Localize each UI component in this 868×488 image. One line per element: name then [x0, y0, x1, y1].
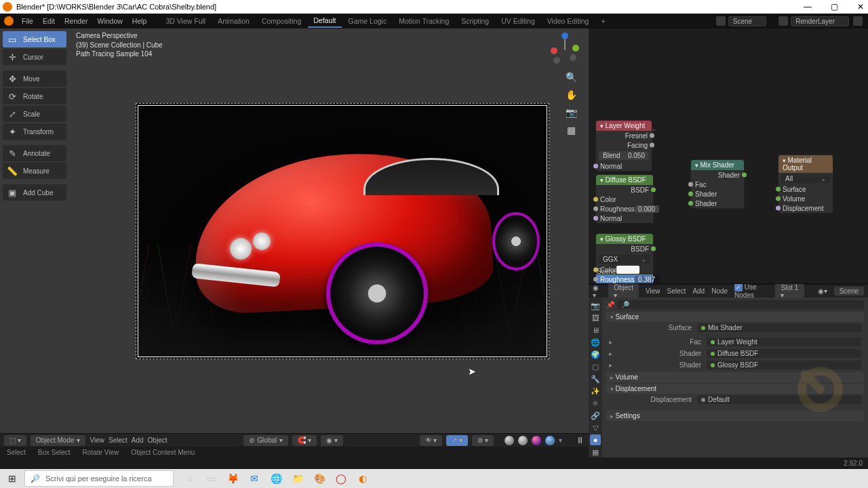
- shading-material-icon[interactable]: [532, 436, 541, 445]
- visibility-toggle[interactable]: 👁 ▾: [420, 435, 443, 446]
- pin-icon[interactable]: 📌: [606, 301, 614, 308]
- snap-toggle[interactable]: 🧲 ▾: [292, 435, 317, 446]
- menu-edit[interactable]: Edit: [39, 16, 59, 26]
- tool-cursor[interactable]: ✛Cursor: [3, 49, 66, 65]
- windows-search[interactable]: 🔎 Scrivi qui per eseguire la ricerca: [24, 470, 174, 487]
- layer-field[interactable]: RenderLayer: [791, 16, 849, 26]
- node-glossy-bsdf[interactable]: Glossy BSDF BSDF GGX Color Roughness0.38…: [595, 233, 654, 284]
- workspace-tab[interactable]: Game Logic: [343, 15, 393, 27]
- workspace-tab[interactable]: Video Editing: [542, 15, 595, 27]
- menu-window[interactable]: Window: [93, 16, 126, 26]
- maximize-button[interactable]: ▢: [829, 2, 840, 12]
- camera-toggle-icon[interactable]: 📷: [566, 107, 576, 118]
- axis-neg-icon[interactable]: [570, 54, 576, 61]
- taskbar-app-icon[interactable]: 🦊: [225, 471, 240, 486]
- add-menu[interactable]: Add: [132, 436, 144, 444]
- tab-material[interactable]: ●: [590, 434, 601, 445]
- node-header[interactable]: Material Output: [778, 155, 833, 173]
- material-sphere-icon[interactable]: ◉▾: [818, 287, 827, 295]
- node-header[interactable]: Mix Shader: [691, 160, 744, 170]
- select-menu[interactable]: Select: [108, 436, 127, 444]
- cortana-icon[interactable]: ○: [182, 471, 197, 486]
- tab-modifiers[interactable]: 🔧: [590, 373, 601, 384]
- perspective-toggle-icon[interactable]: ▦: [566, 125, 576, 136]
- fac-input[interactable]: Layer Weight: [707, 338, 861, 346]
- tab-data[interactable]: ▽: [590, 422, 601, 433]
- tab-physics[interactable]: ⚛: [590, 398, 601, 409]
- expand-icon[interactable]: ▸: [609, 338, 618, 346]
- node-diffuse-bsdf[interactable]: Diffuse BSDF BSDF Color Roughness0.000 N…: [595, 174, 654, 224]
- view-menu[interactable]: View: [646, 287, 660, 295]
- displacement-select[interactable]: Default: [697, 395, 861, 404]
- proportional-toggle[interactable]: ◉ ▾: [321, 435, 343, 446]
- taskbar-explorer-icon[interactable]: 📁: [290, 471, 305, 486]
- use-nodes-checkbox[interactable]: ✓: [734, 283, 743, 291]
- tool-move[interactable]: ✥Move: [3, 70, 66, 87]
- axis-x-icon[interactable]: [551, 47, 557, 54]
- tool-transform[interactable]: ✦Transform: [3, 123, 66, 140]
- shader1-select[interactable]: Diffuse BSDF: [707, 349, 861, 358]
- tab-render[interactable]: 📷: [590, 300, 601, 311]
- workspace-tab[interactable]: Animation: [212, 15, 255, 27]
- shading-solid-icon[interactable]: [518, 436, 528, 445]
- roughness-field[interactable]: Roughness0.387: [596, 274, 653, 284]
- axis-z-icon[interactable]: [561, 33, 568, 39]
- taskbar-mail-icon[interactable]: ✉: [247, 471, 262, 486]
- scene-field[interactable]: Scene: [728, 16, 766, 26]
- menu-render[interactable]: Render: [60, 16, 92, 26]
- tool-annotate[interactable]: ✎Annotate: [3, 145, 66, 161]
- shading-rendered-icon[interactable]: [545, 436, 555, 445]
- tab-object[interactable]: ▢: [590, 361, 601, 372]
- node-mix-shader[interactable]: Mix Shader Shader Fac Shader Shader: [690, 159, 745, 209]
- blend-field[interactable]: Blend0.050: [599, 151, 649, 160]
- zoom-icon[interactable]: 🔍: [566, 72, 576, 83]
- axis-neg-icon[interactable]: [553, 57, 560, 64]
- tab-scene[interactable]: 🌐: [590, 337, 601, 348]
- pause-render-icon[interactable]: ⏸: [576, 435, 585, 445]
- shader2-select[interactable]: Glossy BSDF: [707, 361, 861, 369]
- slot-select[interactable]: Slot 1 ▾: [775, 283, 804, 300]
- tab-particles[interactable]: ✨: [590, 386, 601, 396]
- start-button[interactable]: ⊞: [0, 469, 24, 488]
- node-header[interactable]: Layer Weight: [596, 121, 652, 131]
- taskbar-blender-icon[interactable]: ◐: [355, 471, 370, 486]
- properties-search[interactable]: 🔎: [617, 300, 864, 309]
- pan-icon[interactable]: ✋: [566, 89, 576, 100]
- orientation-selector[interactable]: ⊘ Global ▾: [243, 435, 288, 446]
- add-menu[interactable]: Add: [692, 287, 705, 295]
- blender-menu-icon[interactable]: [4, 16, 14, 26]
- node-menu[interactable]: Node: [711, 287, 728, 295]
- tab-world[interactable]: 🌍: [590, 349, 601, 360]
- taskbar-edge-icon[interactable]: 🌐: [269, 471, 283, 486]
- node-material-output[interactable]: Material Output All Surface Volume Displ…: [778, 155, 833, 214]
- tool-select-box[interactable]: ▭Select Box: [3, 31, 66, 47]
- tool-add-cube[interactable]: ▣Add Cube: [3, 184, 66, 201]
- taskbar-opera-icon[interactable]: ◯: [334, 471, 349, 486]
- minimize-button[interactable]: —: [802, 2, 813, 12]
- editor-type-icon[interactable]: ◉ ▾: [593, 284, 601, 299]
- task-view-icon[interactable]: ▭: [203, 471, 218, 486]
- layer-icon[interactable]: [778, 16, 788, 26]
- tool-scale[interactable]: ⤢Scale: [3, 106, 66, 122]
- workspace-tab[interactable]: Scripting: [456, 15, 494, 27]
- node-header[interactable]: Diffuse BSDF: [596, 175, 653, 185]
- workspace-tab-active[interactable]: Default: [308, 14, 341, 28]
- workspace-add[interactable]: +: [595, 15, 610, 27]
- editor-type-icon[interactable]: ⬚ ▾: [4, 435, 26, 446]
- tab-constraints[interactable]: 🔗: [590, 410, 601, 421]
- workspace-tab[interactable]: Motion Tracking: [393, 15, 454, 27]
- axis-y-icon[interactable]: [572, 45, 579, 52]
- workspace-tab[interactable]: Compositing: [256, 15, 307, 27]
- distribution-select[interactable]: GGX: [599, 255, 650, 264]
- select-menu[interactable]: Select: [667, 287, 686, 295]
- shader-type-select[interactable]: Object ▾: [608, 283, 639, 300]
- node-layer-weight[interactable]: Layer Weight Fresnel Facing Blend0.050 N…: [595, 120, 652, 171]
- workspace-tab[interactable]: 3D View Full: [160, 15, 211, 27]
- workspace-tab[interactable]: UV Editing: [496, 15, 540, 27]
- 3d-viewport[interactable]: ▭Select Box ✛Cursor ✥Move ⟳Rotate ⤢Scale…: [0, 28, 589, 458]
- panel-settings[interactable]: Settings: [606, 411, 864, 421]
- scene-icon[interactable]: [716, 16, 726, 26]
- new-layer-button[interactable]: [853, 16, 863, 26]
- expand-icon[interactable]: ▸: [609, 350, 618, 357]
- expand-icon[interactable]: ▸: [609, 361, 618, 369]
